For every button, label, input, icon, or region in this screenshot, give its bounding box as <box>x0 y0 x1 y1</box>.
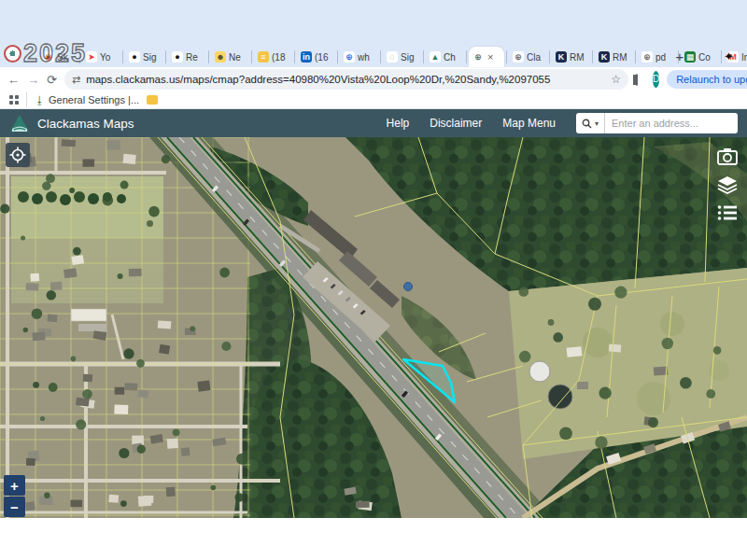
tab-label: Ne <box>229 52 241 63</box>
tab-label: Sk <box>57 52 68 63</box>
layers-icon <box>717 175 738 194</box>
bookmarks-bar: ⭳ General Settings |... <box>0 91 747 109</box>
tab-organize-icon[interactable]: ✦ <box>724 49 734 63</box>
tab-label: RM <box>570 52 585 63</box>
relaunch-to-update-button[interactable]: Relaunch to update <box>667 70 747 89</box>
k-circle-icon: K <box>556 51 567 63</box>
tab[interactable]: ●Sig <box>125 47 163 67</box>
folder-yellow-icon: ≡ <box>258 51 269 63</box>
url-text[interactable]: maps.clackamas.us/maps/cmap?address=4098… <box>86 74 605 85</box>
zoom-out-button[interactable]: − <box>4 497 25 517</box>
tab-label: wh <box>358 52 370 63</box>
bookmark-label: General Settings |... <box>49 94 139 105</box>
tab-label: Cla <box>527 52 541 63</box>
tab[interactable]: ⊕wh <box>340 47 378 67</box>
k-circle-icon: K <box>599 51 610 63</box>
browser-tab-strip: ◉Sk➤Yo●Sig●Re☻Ne≡(18in(16⊕wh◌Sig▲Ch⊕×⊕Cl… <box>0 0 747 67</box>
bookmark-item[interactable]: ⭳ General Settings |... <box>35 94 139 105</box>
reload-button[interactable]: ⟳ <box>47 73 57 87</box>
site-info-icon[interactable]: ⇄ <box>72 74 80 86</box>
tab[interactable]: in(16 <box>297 47 335 67</box>
target-red-icon: ◉ <box>43 51 54 63</box>
zoom-in-button[interactable]: + <box>4 475 25 496</box>
bookmarks-divider <box>26 92 27 107</box>
layers-button[interactable] <box>715 173 740 197</box>
app-header: Clackamas Maps Help Disclaimer Map Menu … <box>0 109 747 137</box>
crosshair-icon <box>9 147 26 163</box>
page-title: Clackamas Maps <box>37 117 379 131</box>
map-container: + − <box>0 137 747 518</box>
tab-label: RM <box>613 52 627 63</box>
triangle-teal-icon: ▲ <box>430 51 441 63</box>
tab-label: Yo <box>100 52 110 63</box>
tab-label: (18 <box>272 52 285 63</box>
side-panel-icon[interactable] <box>636 74 638 86</box>
screenshot-button[interactable] <box>715 145 740 169</box>
apps-grid-icon[interactable] <box>9 95 19 105</box>
tab[interactable]: ⊕Cla <box>509 47 547 67</box>
tab[interactable]: ●Re <box>168 47 206 67</box>
globe-icon: ⊕ <box>513 51 524 63</box>
page-footer <box>0 518 747 560</box>
list-icon <box>717 204 738 221</box>
legend-button[interactable] <box>715 201 740 225</box>
map-canvas[interactable] <box>0 137 747 518</box>
dashed-circle-icon: ◌ <box>387 51 398 63</box>
tab-label: Int <box>741 52 747 63</box>
forward-button[interactable]: → <box>27 73 39 87</box>
download-icon: ⭳ <box>35 94 45 105</box>
tab-label: pd <box>655 52 666 63</box>
tab[interactable]: ▲Ch <box>426 47 464 67</box>
tab[interactable]: ➤Yo <box>82 47 120 67</box>
apple-icon: ● <box>172 51 183 63</box>
tab-label: Co <box>698 52 711 63</box>
camera-icon <box>717 147 738 166</box>
address-input[interactable] <box>605 113 738 133</box>
tab-label: Sig <box>401 52 414 63</box>
tab[interactable]: KRM <box>595 47 633 67</box>
globe-blue-icon: ⊕ <box>344 51 355 63</box>
tab-close-icon[interactable]: × <box>487 51 493 63</box>
tab-label: Re <box>186 52 198 63</box>
tab-label: Sig <box>143 52 156 63</box>
pond <box>404 283 413 291</box>
url-bar[interactable]: ⇄ maps.clackamas.us/maps/cmap?address=40… <box>64 69 628 90</box>
nav-map-menu[interactable]: Map Menu <box>502 117 556 130</box>
browser-toolbar: ← → ⟳ ⇄ maps.clackamas.us/maps/cmap?addr… <box>0 67 747 91</box>
apple-icon: ● <box>129 51 140 63</box>
nav-help[interactable]: Help <box>387 117 410 130</box>
search-icon <box>582 119 592 129</box>
linkedin-icon: in <box>301 51 312 63</box>
globe-icon: ⊕ <box>472 51 484 63</box>
nav-disclaimer[interactable]: Disclaimer <box>430 117 482 130</box>
smiley-yellow-icon: ☻ <box>215 51 226 63</box>
clackamas-maps-logo <box>9 114 30 133</box>
tab[interactable]: ≡(18 <box>254 47 292 67</box>
tab[interactable]: ◉Sk <box>39 47 78 67</box>
search-button[interactable]: ▾ <box>576 113 605 133</box>
tab-label: Ch <box>444 52 456 63</box>
tab-active[interactable]: ⊕× <box>469 47 504 67</box>
bookmark-star-icon[interactable]: ☆ <box>611 73 621 86</box>
bookmark-folder-icon[interactable] <box>147 95 158 105</box>
locate-button[interactable] <box>6 143 30 167</box>
tab[interactable]: ◌Sig <box>383 47 421 67</box>
arrow-red-icon: ➤ <box>86 51 97 63</box>
globe-icon: ⊕ <box>641 51 653 63</box>
tab[interactable]: KRM <box>552 47 590 67</box>
chevron-down-icon: ▾ <box>595 119 599 128</box>
back-button[interactable]: ← <box>7 73 20 87</box>
tab-label: (16 <box>315 52 328 63</box>
tabs-row: ◉Sk➤Yo●Sig●Re☻Ne≡(18in(16⊕wh◌Sig▲Ch⊕×⊕Cl… <box>39 44 710 67</box>
new-tab-button[interactable]: + <box>670 49 689 64</box>
profile-avatar[interactable]: D <box>653 71 659 88</box>
tab[interactable]: ☻Ne <box>211 47 249 67</box>
address-search: ▾ <box>576 113 738 133</box>
